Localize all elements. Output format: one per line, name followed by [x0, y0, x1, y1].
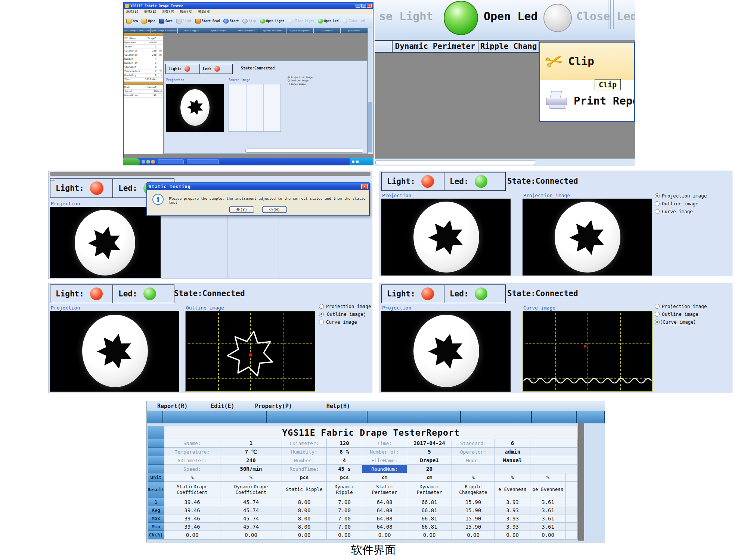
radio-outline-image[interactable]: Outline image: [288, 79, 313, 82]
report-menu-property-p[interactable]: Property(P): [255, 403, 292, 410]
report-window: Report(R)Edit(E)Property(P)Help(H) YGS11…: [146, 401, 605, 542]
close-light-button-label[interactable]: se Light: [379, 10, 433, 23]
report-menu-help-h[interactable]: Help(H): [326, 403, 350, 410]
scissors-icon: ✂: [543, 49, 565, 74]
toolbar-label: New: [133, 19, 138, 23]
value-cell: 39.46: [164, 523, 220, 531]
param-row: CDiameter120mm: [124, 49, 163, 53]
param-value: admin: [495, 448, 530, 456]
minimize-button[interactable]: –: [356, 4, 360, 8]
param-label-sdiameter: SDiameter:: [164, 456, 220, 465]
value-cell: 8.00: [282, 523, 327, 531]
toolbar-start-read-button[interactable]: Start Read: [194, 18, 221, 24]
dialog-title-bar[interactable]: Static testing ×: [147, 183, 369, 190]
projection-image: [381, 311, 511, 392]
tray-icon[interactable]: [352, 161, 354, 163]
radio-projection-image[interactable]: Projection image: [288, 76, 313, 78]
value-cell: 0.00: [327, 531, 362, 539]
radio-projection-image[interactable]: Projection image: [655, 193, 707, 199]
value-cell: 3.61: [530, 523, 566, 531]
menu-s[interactable]: 系统(S): [126, 9, 139, 14]
menu-e[interactable]: 测试(E): [144, 9, 156, 14]
column-pe-evenness: pe Evenness: [530, 482, 566, 498]
toolbar-open-button[interactable]: Open: [140, 18, 156, 24]
unit-cell: pcs: [327, 473, 362, 482]
menu-p[interactable]: 参数(P): [162, 9, 175, 14]
toolbar-start-button[interactable]: Start: [222, 18, 240, 24]
horizontal-scrollbar[interactable]: [245, 149, 363, 153]
outline-curve: [226, 329, 275, 379]
param-label-cdiameter: CDiameter:: [282, 439, 327, 448]
radio-label: Projection image: [291, 76, 313, 78]
close-led-ball-icon[interactable]: [543, 4, 572, 32]
report-menu-edit-e[interactable]: Edit(E): [211, 403, 234, 410]
param-value: Drape1: [407, 456, 452, 465]
static-testing-dialog: Static testing × i Please prepare the sa…: [146, 182, 370, 216]
open-led-ball-icon[interactable]: [444, 1, 478, 35]
value-cell: 7.00: [327, 514, 362, 523]
grid-header-static-ripple: Static Ripple: [178, 28, 205, 33]
horizontal-scrollbar[interactable]: [375, 158, 635, 166]
open-led-button-label[interactable]: Open Led: [484, 10, 538, 23]
param-label: Time: [124, 78, 145, 81]
toolbar-new-button[interactable]: New: [125, 18, 139, 24]
param-row: ModeManual: [124, 85, 163, 90]
connection-state: State:Connected: [241, 66, 275, 70]
close-button[interactable]: ×: [367, 4, 372, 8]
title-bar[interactable]: YGS11E Fabric Drape Tester – □ ×: [124, 3, 373, 9]
radio-outline-image[interactable]: Outline image: [655, 311, 707, 317]
quicklaunch-icon[interactable]: [142, 160, 145, 164]
radio-projection-image[interactable]: Projection image: [655, 304, 707, 309]
toolbar-save-button[interactable]: Save: [158, 18, 174, 24]
tray-icon[interactable]: [356, 161, 359, 163]
radio-curve-image[interactable]: Curve image: [655, 209, 707, 214]
close-led-button-label[interactable]: Close Led: [576, 10, 635, 23]
value-cell: 66.81: [407, 514, 452, 523]
toolbar-print-button[interactable]: Print: [175, 18, 193, 24]
param-row: SDiameter240mm: [124, 53, 163, 57]
led-status-icon: [214, 66, 220, 72]
menu-r[interactable]: 报表(R): [180, 9, 193, 14]
param-label: Humidity: [124, 74, 145, 77]
param-row: FileNameDrape1: [124, 37, 163, 41]
menu-item-clip[interactable]: ✂ Clip: [540, 43, 634, 80]
yes-button[interactable]: 是(Y): [229, 206, 254, 213]
maximize-button[interactable]: □: [361, 4, 366, 8]
led-status-icon: [475, 175, 487, 188]
value-cell: 7.00: [327, 523, 362, 531]
no-button[interactable]: 否(N): [262, 206, 287, 213]
projection-view-panel: Light: Led: State:Connected Projection P…: [379, 171, 732, 276]
toolbar-close-led-button[interactable]: Close Led: [341, 18, 366, 24]
radio-curve-image[interactable]: Curve image: [655, 319, 707, 325]
splitter-bar[interactable]: [50, 172, 371, 176]
report-menu-report-r[interactable]: Report(R): [157, 403, 187, 410]
quicklaunch-icon[interactable]: [146, 160, 150, 164]
vertical-scrollbar[interactable]: [368, 28, 373, 154]
radio-dot-icon: [288, 76, 290, 78]
menu-h[interactable]: 帮助(H): [198, 9, 211, 14]
radio-curve-image[interactable]: Curve image: [288, 83, 313, 85]
toolbar-open-led-button[interactable]: Open Led: [317, 18, 340, 24]
quicklaunch-icon[interactable]: [151, 160, 155, 164]
param-section-bar: [124, 33, 163, 36]
value-cell: 39.46: [164, 498, 220, 506]
radio-outline-image[interactable]: Outline image: [319, 311, 371, 317]
radio-outline-image[interactable]: Outline image: [655, 201, 707, 206]
light-label: Light:: [56, 289, 84, 298]
taskbar-task-button[interactable]: [187, 159, 219, 164]
param-label: Operator: [124, 41, 145, 44]
radio-projection-image[interactable]: Projection image: [319, 304, 371, 309]
dialog-close-icon[interactable]: ×: [361, 184, 368, 189]
radio-curve-image[interactable]: Curve image: [319, 319, 371, 325]
param-unit: R/min: [156, 90, 162, 93]
toolbar-open-light-button[interactable]: Open Light: [259, 18, 285, 24]
menu-bar: 系统(S)测试(E)参数(P)报表(R)帮助(H): [124, 9, 373, 15]
toolbar-label: Save: [165, 19, 173, 23]
taskbar-task-button[interactable]: [158, 159, 184, 164]
toolbar-close-light-button[interactable]: Close Light: [287, 18, 315, 24]
start-button[interactable]: [123, 158, 140, 165]
toolbar-stop-button[interactable]: Stop: [241, 18, 257, 24]
grid-header-staticdrape-coefficient: StaticDrape Coefficient: [124, 28, 151, 33]
ripple-curve: [523, 311, 653, 392]
result-grid-headers: Dynamic PerimeterRipple Chang: [375, 40, 539, 53]
